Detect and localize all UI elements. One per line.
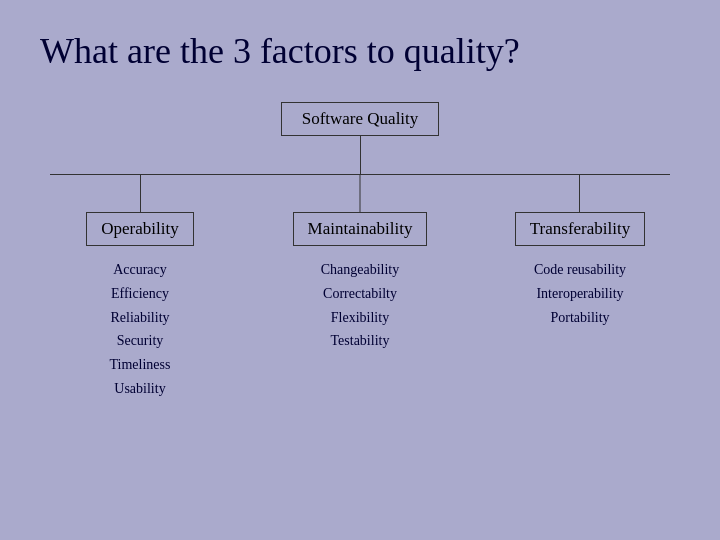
slide: What are the 3 factors to quality? Softw… xyxy=(0,0,720,540)
list-item: Efficiency xyxy=(110,282,171,306)
branches-row: Operability Accuracy Efficiency Reliabil… xyxy=(50,212,670,401)
transferability-box: Transferability xyxy=(515,212,645,246)
list-item: Security xyxy=(110,329,171,353)
diagram: Software Quality Operability Accuracy Ef… xyxy=(40,102,680,401)
maintainability-box: Maintainability xyxy=(293,212,428,246)
branch-operability: Operability Accuracy Efficiency Reliabil… xyxy=(50,212,230,401)
operability-box: Operability xyxy=(86,212,193,246)
top-node-box: Software Quality xyxy=(281,102,440,136)
operability-items: Accuracy Efficiency Reliability Security… xyxy=(110,258,171,401)
list-item: Correctabilty xyxy=(321,282,400,306)
main-title: What are the 3 factors to quality? xyxy=(40,30,680,72)
maintainability-label: Maintainability xyxy=(308,219,413,238)
list-item: Changeability xyxy=(321,258,400,282)
list-item: Flexibility xyxy=(321,306,400,330)
list-item: Portability xyxy=(534,306,626,330)
transferability-items: Code reusability Interoperability Portab… xyxy=(534,258,626,329)
list-item: Usability xyxy=(110,377,171,401)
top-node-label: Software Quality xyxy=(302,109,419,128)
list-item: Accuracy xyxy=(110,258,171,282)
top-vertical-connector xyxy=(360,136,361,174)
vert-center xyxy=(360,174,361,212)
operability-label: Operability xyxy=(101,219,178,238)
list-item: Code reusability xyxy=(534,258,626,282)
vert-right xyxy=(579,174,580,212)
branch-maintainability: Maintainability Changeability Correctabi… xyxy=(270,212,450,401)
list-item: Testability xyxy=(321,329,400,353)
maintainability-items: Changeability Correctabilty Flexibility … xyxy=(321,258,400,353)
list-item: Timeliness xyxy=(110,353,171,377)
branch-transferability: Transferability Code reusability Interop… xyxy=(490,212,670,401)
list-item: Interoperability xyxy=(534,282,626,306)
list-item: Reliability xyxy=(110,306,171,330)
transferability-label: Transferability xyxy=(530,219,630,238)
vert-left xyxy=(140,174,141,212)
